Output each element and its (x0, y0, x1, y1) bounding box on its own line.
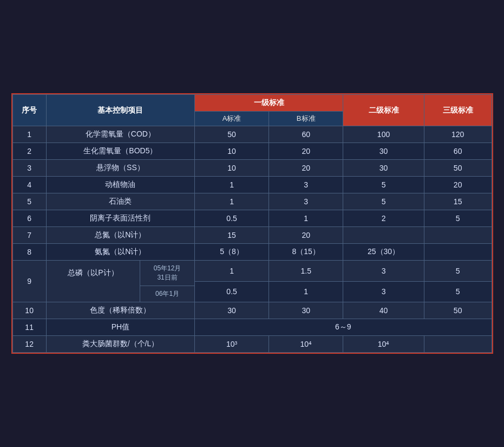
a-cell: 0.5 (195, 281, 269, 302)
l2-cell: 5 (343, 193, 424, 210)
l3-cell: 5 (424, 261, 492, 282)
l2-cell: 2 (343, 210, 424, 227)
l2-cell (343, 227, 424, 244)
item-cell: 动植物油 (46, 177, 194, 193)
a-cell: 0.5 (195, 210, 269, 227)
l2-cell: 30 (343, 143, 424, 160)
table-row: 1 化学需氧量（COD） 50 60 100 120 (12, 126, 492, 143)
main-table-wrapper: 序号 基本控制项目 一级标准 二级标准 三级标准 A标准 B标准 1 化学需氧量… (11, 93, 493, 354)
l3-cell: 50 (424, 302, 492, 319)
table-row: 8 氨氮（以N计） 5（8） 8（15） 25（30） (12, 244, 492, 261)
l3-cell (424, 336, 492, 353)
seq-cell: 1 (12, 126, 46, 143)
b-cell: 20 (269, 227, 343, 244)
header-seq: 序号 (12, 95, 46, 126)
a-cell: 10 (195, 160, 269, 177)
table-row: 7 总氮（以N计） 15 20 (12, 227, 492, 244)
b-cell: 30 (269, 302, 343, 319)
seq-cell: 2 (12, 143, 46, 160)
l2-cell: 40 (343, 302, 424, 319)
l2-cell: 3 (343, 261, 424, 282)
l3-cell: 60 (424, 143, 492, 160)
l2-cell: 30 (343, 160, 424, 177)
b-cell: 20 (269, 143, 343, 160)
item-cell: 氨氮（以N计） (46, 244, 194, 261)
item-cell: 生化需氧量（BOD5） (46, 143, 194, 160)
a-cell: 10 (195, 143, 269, 160)
l3-cell: 15 (424, 193, 492, 210)
seq-cell: 6 (12, 210, 46, 227)
item-cell: 悬浮物（SS） (46, 160, 194, 177)
a-cell: 1 (195, 261, 269, 282)
b-cell: 20 (269, 160, 343, 177)
header-b-std: B标准 (269, 112, 343, 126)
l2-cell: 5 (343, 177, 424, 193)
table-row: 4 动植物油 1 3 5 20 (12, 177, 492, 193)
header-level1: 一级标准 (195, 95, 343, 112)
seq-cell: 12 (12, 336, 46, 353)
standards-table: 序号 基本控制项目 一级标准 二级标准 三级标准 A标准 B标准 1 化学需氧量… (12, 94, 492, 353)
l2-cell: 3 (343, 281, 424, 302)
item-cell: 色度（稀释倍数） (46, 302, 194, 319)
b-cell: 10⁴ (269, 336, 343, 353)
seq-cell: 5 (12, 193, 46, 210)
header-a-std: A标准 (195, 112, 269, 126)
item-cell: 阴离子表面活性剂 (46, 210, 194, 227)
a-cell: 1 (195, 177, 269, 193)
l3-cell: 20 (424, 177, 492, 193)
b-cell: 1.5 (269, 261, 343, 282)
table-row: 3 悬浮物（SS） 10 20 30 50 (12, 160, 492, 177)
l2-cell: 100 (343, 126, 424, 143)
seq-cell: 7 (12, 227, 46, 244)
b-cell: 3 (269, 177, 343, 193)
l3-cell (424, 244, 492, 261)
b-cell: 1 (269, 210, 343, 227)
seq-cell: 3 (12, 160, 46, 177)
a-cell: 10³ (195, 336, 269, 353)
l3-cell: 120 (424, 126, 492, 143)
table-row: 11 PH值 6～9 (12, 319, 492, 336)
item-cell: 总氮（以N计） (46, 227, 194, 244)
table-row: 2 生化需氧量（BOD5） 10 20 30 60 (12, 143, 492, 160)
a-cell: 50 (195, 126, 269, 143)
l2-cell: 10⁴ (343, 336, 424, 353)
b-cell: 3 (269, 193, 343, 210)
item-cell: PH值 (46, 319, 194, 336)
a-cell: 1 (195, 193, 269, 210)
seq-cell: 11 (12, 319, 46, 336)
table-row: 5 石油类 1 3 5 15 (12, 193, 492, 210)
b-cell: 1 (269, 281, 343, 302)
table-row: 10 色度（稀释倍数） 30 30 40 50 (12, 302, 492, 319)
table-row: 12 粪大肠菌群数/（个/L） 10³ 10⁴ 10⁴ (12, 336, 492, 353)
l3-cell (424, 227, 492, 244)
seq-cell: 9 (12, 261, 46, 302)
seq-cell: 8 (12, 244, 46, 261)
l3-cell: 5 (424, 210, 492, 227)
merged-cell: 6～9 (195, 319, 492, 336)
header-level3: 三级标准 (424, 95, 492, 126)
l3-cell: 5 (424, 281, 492, 302)
l3-cell: 50 (424, 160, 492, 177)
item-cell: 总磷（以P计） 05年12月31日前 06年1月 (46, 261, 194, 302)
item-cell: 化学需氧量（COD） (46, 126, 194, 143)
a-cell: 5（8） (195, 244, 269, 261)
header-level2: 二级标准 (343, 95, 424, 126)
item-cell: 石油类 (46, 193, 194, 210)
b-cell: 8（15） (269, 244, 343, 261)
seq-cell: 10 (12, 302, 46, 319)
table-row: 6 阴离子表面活性剂 0.5 1 2 5 (12, 210, 492, 227)
table-row: 9 总磷（以P计） 05年12月31日前 06年1月 1 1.5 (12, 261, 492, 282)
a-cell: 30 (195, 302, 269, 319)
l2-cell: 25（30） (343, 244, 424, 261)
b-cell: 60 (269, 126, 343, 143)
a-cell: 15 (195, 227, 269, 244)
seq-cell: 4 (12, 177, 46, 193)
header-item: 基本控制项目 (46, 95, 194, 126)
item-cell: 粪大肠菌群数/（个/L） (46, 336, 194, 353)
